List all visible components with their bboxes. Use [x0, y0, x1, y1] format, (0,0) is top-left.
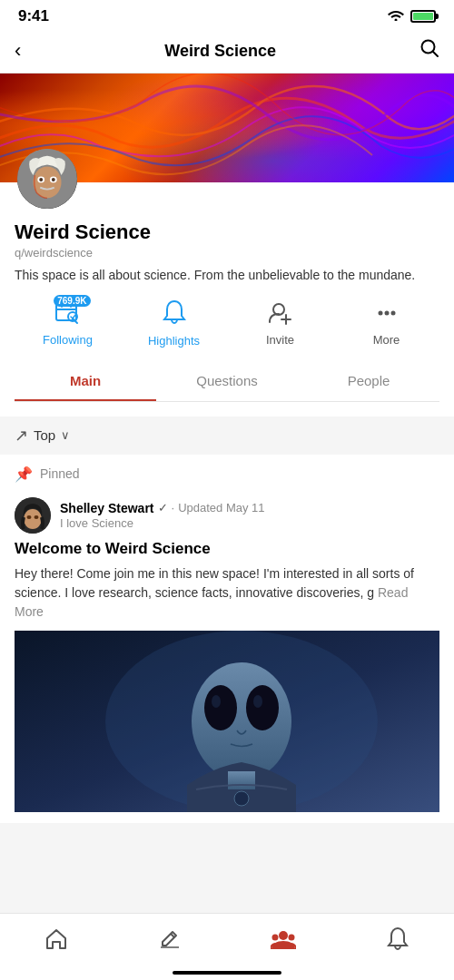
post-title: Welcome to Weird Science — [15, 539, 439, 559]
post-item: Shelley Stewart ✓ · Updated May 11 I lov… — [0, 486, 454, 823]
nav-compose[interactable] — [140, 924, 200, 961]
tabs: Main Questions People — [15, 362, 439, 402]
more-label: More — [373, 333, 400, 347]
community-icon — [271, 927, 296, 957]
status-time: 9:41 — [18, 7, 49, 25]
top-navigation: ‹ Weird Science — [0, 29, 454, 74]
bell-icon — [386, 926, 410, 958]
pinned-label: 📌 Pinned — [0, 455, 454, 486]
invite-label: Invite — [266, 333, 294, 347]
pinned-text: Pinned — [40, 466, 80, 481]
community-name: Weird Science — [15, 220, 439, 244]
community-description: This space is all about science. From th… — [15, 267, 439, 285]
search-button[interactable] — [419, 38, 439, 64]
page-title: Weird Science — [164, 42, 276, 61]
post-image — [15, 631, 439, 812]
post-avatar — [15, 497, 51, 534]
community-avatar — [15, 146, 80, 211]
svg-point-19 — [27, 515, 32, 519]
post-body: Hey there! Come join me in this new spac… — [15, 564, 439, 622]
svg-point-15 — [384, 310, 389, 315]
verified-icon: ✓ — [158, 501, 168, 514]
invite-button[interactable]: Invite — [227, 300, 333, 347]
nav-notifications[interactable] — [368, 923, 428, 962]
nav-home[interactable] — [26, 924, 86, 961]
posts-area: 📌 Pinned Shelley Stewart — [0, 455, 454, 823]
tab-questions[interactable]: Questions — [156, 362, 298, 401]
status-icons — [387, 8, 436, 24]
post-updated: Updated May 11 — [178, 501, 264, 514]
back-button[interactable]: ‹ — [15, 39, 21, 63]
post-subtitle: I love Science — [60, 516, 439, 530]
svg-point-7 — [39, 178, 43, 181]
svg-point-14 — [378, 310, 382, 315]
tab-main[interactable]: Main — [15, 362, 156, 401]
post-time: · — [172, 501, 175, 514]
highlights-label: Highlights — [148, 334, 200, 348]
svg-point-0 — [395, 19, 398, 22]
svg-point-31 — [279, 931, 288, 940]
home-icon — [44, 927, 68, 957]
following-button[interactable]: 769.9K Following — [15, 300, 121, 347]
svg-point-16 — [390, 310, 395, 315]
svg-point-27 — [253, 695, 262, 708]
svg-point-24 — [204, 685, 237, 730]
highlights-button[interactable]: Highlights — [121, 299, 227, 348]
svg-rect-28 — [228, 771, 255, 789]
battery-icon — [410, 10, 436, 23]
home-indicator — [173, 971, 281, 975]
svg-point-25 — [246, 685, 279, 730]
profile-section: Weird Science q/weirdscience This space … — [0, 146, 454, 416]
svg-point-29 — [234, 791, 249, 806]
nav-community[interactable] — [252, 924, 314, 961]
sort-chevron-icon[interactable]: ∨ — [61, 428, 70, 442]
bottom-navigation — [0, 913, 454, 980]
svg-point-18 — [24, 509, 42, 529]
svg-point-8 — [52, 178, 55, 181]
post-author-name: Shelley Stewart — [60, 501, 154, 515]
svg-point-26 — [212, 695, 221, 708]
compose-icon — [158, 927, 182, 957]
svg-line-2 — [433, 52, 439, 57]
wifi-icon — [387, 8, 405, 24]
tab-people[interactable]: People — [298, 362, 439, 401]
sort-bar: ↗ Top ∨ — [0, 416, 454, 455]
svg-point-33 — [289, 935, 295, 941]
svg-point-20 — [35, 515, 39, 519]
sort-label[interactable]: Top — [34, 427, 55, 443]
post-author-row: Shelley Stewart ✓ · Updated May 11 — [60, 501, 439, 515]
svg-point-32 — [272, 935, 279, 941]
community-handle: q/weirdscience — [15, 246, 439, 260]
sort-arrow-icon: ↗ — [15, 426, 28, 446]
post-header: Shelley Stewart ✓ · Updated May 11 I lov… — [15, 497, 439, 534]
more-button[interactable]: More — [333, 300, 439, 347]
post-meta: Shelley Stewart ✓ · Updated May 11 I lov… — [60, 501, 439, 530]
following-label: Following — [43, 333, 93, 347]
follower-badge: 769.9K — [54, 295, 90, 307]
pin-icon: 📌 — [15, 466, 33, 483]
action-row: 769.9K Following Highlights — [15, 299, 439, 348]
status-bar: 9:41 — [0, 0, 454, 29]
